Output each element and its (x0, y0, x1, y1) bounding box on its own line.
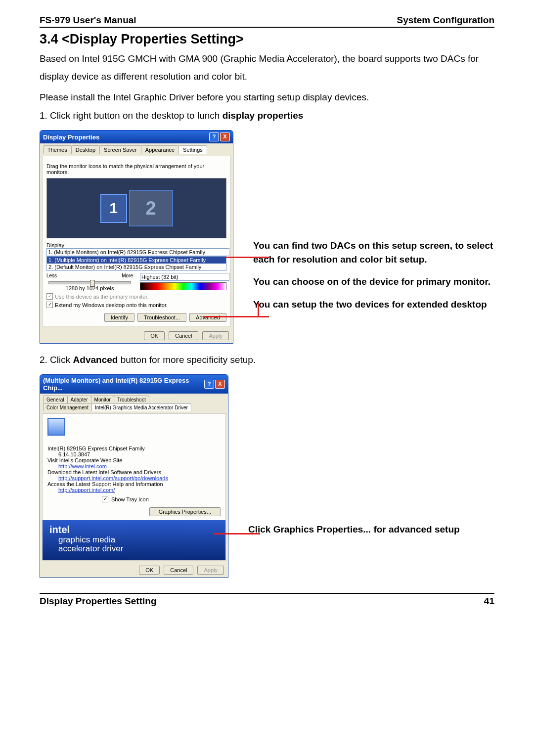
graphics-properties-button[interactable]: Graphics Properties... (149, 507, 221, 516)
footer-left: Display Properties Setting (40, 596, 157, 607)
step-2-bold: Advanced (73, 355, 118, 365)
intel-website-link[interactable]: http://www.intel.com (58, 463, 107, 469)
download-label: Download the Latest Intel Software and D… (47, 469, 221, 475)
advanced-properties-dialog: (Multiple Monitors) and Intel(R) 82915G … (40, 374, 228, 578)
tab-adapter[interactable]: Adapter (67, 396, 91, 403)
primary-monitor-checkbox-row: ✓ Use this device as the primary monitor… (46, 293, 226, 300)
monitor-arrangement[interactable]: 1 2 (46, 178, 226, 238)
step-1: 1. Click right button on the desktop to … (40, 110, 494, 121)
step-2-post: button for more specificity setup. (118, 355, 256, 365)
display-option-2[interactable]: 2. (Default Monitor) on Intel(R) 82915G … (47, 264, 226, 270)
step-1-bold: display properties (222, 110, 304, 121)
tab-intel-driver[interactable]: Intel(R) Graphics Media Accelerator Driv… (91, 403, 191, 411)
resolution-slider[interactable] (48, 281, 131, 284)
res-more: More (122, 273, 133, 278)
step-1-pre: 1. Click right button on the desktop to … (40, 110, 222, 121)
ok-button[interactable]: OK (144, 331, 165, 340)
dialog2-titlebar[interactable]: (Multiple Monitors) and Intel(R) 82915G … (40, 375, 228, 394)
close-icon[interactable]: X (215, 380, 225, 389)
monitor-1-icon[interactable]: 1 (100, 194, 127, 223)
header-left: FS-979 User's Manual (40, 15, 136, 26)
intel-sub2: accelerator driver (58, 544, 219, 553)
ok-button[interactable]: OK (139, 566, 160, 575)
display-label: Display: (46, 242, 226, 248)
color-spectrum (140, 282, 226, 290)
chipset-name: Intel(R) 82915G Express Chipset Family (47, 445, 221, 451)
callout-arrow-1 (225, 257, 270, 258)
callout-arrow-2v (258, 303, 259, 317)
monitor-2-icon[interactable]: 2 (129, 190, 173, 226)
dialog-titlebar[interactable]: Display Properties ? X (40, 131, 233, 143)
step-2-pre: 2. Click (40, 355, 73, 365)
tray-icon-label: Show Tray Icon (111, 496, 149, 502)
primary-monitor-checkbox[interactable]: ✓ (46, 293, 53, 300)
display-properties-dialog: Display Properties ? X Themes Desktop Sc… (40, 130, 233, 344)
page-footer: Display Properties Setting 41 (40, 593, 494, 607)
support-label: Access the Latest Support Help and Infor… (47, 481, 221, 487)
page-header: FS-979 User's Manual System Configuratio… (40, 15, 494, 28)
tab-screensaver[interactable]: Screen Saver (99, 145, 141, 154)
callout-arrow-2h (203, 316, 269, 317)
tab-themes[interactable]: Themes (43, 145, 72, 154)
tab-desktop[interactable]: Desktop (71, 145, 100, 154)
display-option-1[interactable]: 1. (Multiple Monitors) on Intel(R) 82915… (47, 257, 226, 264)
advanced-button[interactable]: Advanced (189, 313, 226, 322)
help-icon[interactable]: ? (209, 133, 219, 141)
annotation-1b: You can choose on of the device for prim… (253, 275, 494, 289)
intro-paragraph-1: Based on Intel 915G GMCH with GMA 900 (G… (40, 50, 494, 86)
close-icon[interactable]: X (220, 133, 230, 141)
intel-driver-icon (47, 418, 65, 436)
tab-appearance[interactable]: Appearance (141, 145, 179, 154)
header-right: System Configuration (397, 15, 494, 26)
res-less: Less (46, 273, 57, 278)
identify-button[interactable]: Identify (104, 313, 134, 322)
tray-icon-checkbox[interactable]: ✓ (102, 496, 108, 502)
annotation-2a: Click Graphics Properties... for advance… (248, 523, 494, 536)
callout-arrow-3 (213, 533, 260, 534)
primary-monitor-label: Use this device as the primary monitor. (55, 294, 149, 300)
display-dropdown-list[interactable]: 1. (Multiple Monitors) on Intel(R) 82915… (46, 256, 226, 271)
tab-row-bottom: Color Management Intel(R) Graphics Media… (43, 403, 225, 411)
intel-banner: intel graphics media accelerator driver (43, 520, 225, 560)
visit-website-label: Visit Intel's Corporate Web Site (47, 457, 221, 463)
tab-monitor[interactable]: Monitor (91, 396, 114, 403)
tab-row-top: General Adapter Monitor Troubleshoot (43, 396, 225, 403)
color-quality-select[interactable]: Highest (32 bit) (140, 273, 229, 281)
tab-general[interactable]: General (43, 396, 68, 403)
extend-desktop-label: Extend my Windows desktop onto this moni… (55, 302, 168, 308)
extend-desktop-checkbox[interactable]: ✓ (46, 302, 53, 308)
tab-color-management[interactable]: Color Management (43, 403, 92, 411)
cancel-button[interactable]: Cancel (164, 566, 193, 575)
dialog2-title: (Multiple Monitors) and Intel(R) 82915G … (43, 377, 204, 392)
annotation-1c: You can setup the two devices for extend… (253, 298, 494, 311)
tab-row: Themes Desktop Screen Saver Appearance S… (40, 143, 233, 154)
dialog-title: Display Properties (43, 133, 99, 141)
extend-desktop-checkbox-row: ✓ Extend my Windows desktop onto this mo… (46, 302, 226, 308)
footer-right: 41 (484, 596, 494, 607)
intel-brand: intel (49, 524, 219, 535)
apply-button[interactable]: Apply (197, 566, 224, 575)
help-icon[interactable]: ? (204, 380, 214, 389)
support-link[interactable]: http://support.intel.com/ (58, 487, 115, 493)
download-link[interactable]: http://support.intel.com/support/go/down… (58, 475, 168, 481)
troubleshoot-button[interactable]: Troubleshoot... (137, 313, 186, 322)
tab-troubleshoot[interactable]: Troubleshoot (114, 396, 149, 403)
annotation-1a: You can find two DACs on this setup scre… (253, 239, 494, 266)
step-2: 2. Click Advanced button for more specif… (40, 355, 494, 365)
section-title: 3.4 <Display Properties Setting> (40, 32, 494, 47)
chipset-version: 6.14.10.3847 (58, 451, 221, 457)
intro-paragraph-2: Please install the Intel Graphic Driver … (40, 89, 494, 106)
apply-button[interactable]: Apply (202, 331, 229, 340)
drag-instruction: Drag the monitor icons to match the phys… (46, 163, 226, 175)
cancel-button[interactable]: Cancel (169, 331, 198, 340)
tab-settings[interactable]: Settings (178, 145, 207, 154)
intel-sub1: graphics media (58, 535, 219, 544)
display-select[interactable]: 1. (Multiple Monitors) on Intel(R) 82915… (46, 248, 229, 256)
